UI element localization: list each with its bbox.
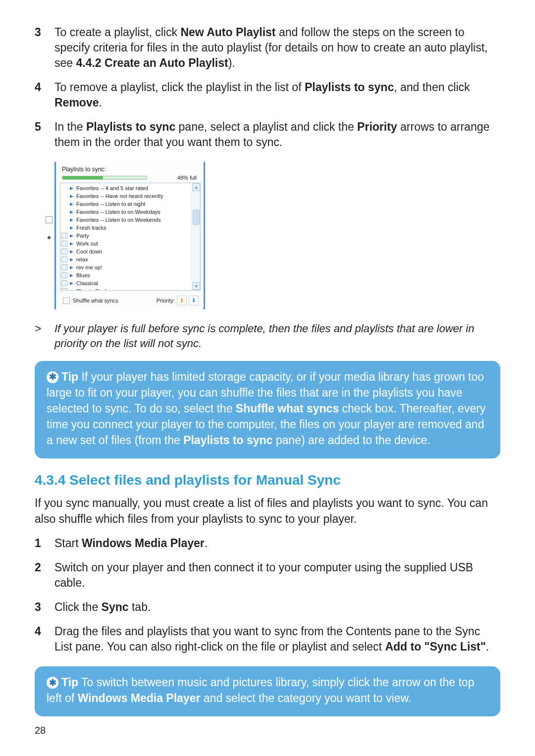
step-b1: Start Windows Media Player.	[35, 536, 500, 551]
playlist-type-icon	[61, 264, 67, 270]
playlist-item-label: Favorites -- Listen to at night	[76, 200, 145, 208]
playlist-item-label: Fresh tracks	[76, 224, 107, 232]
playlist-item-label: relax	[76, 255, 88, 263]
playlist-item-label: Favorites -- Have not heard recently	[76, 192, 163, 200]
scroll-thumb[interactable]	[193, 210, 200, 225]
tip-icon: ✱	[47, 677, 58, 689]
play-arrow-icon: ▶	[69, 248, 73, 255]
playlist-type-icon	[61, 233, 67, 239]
storage-bar	[62, 176, 147, 180]
playlist-type-icon	[61, 272, 67, 278]
play-arrow-icon: ▶	[69, 208, 73, 216]
step-5: In the Playlists to sync pane, select a …	[35, 119, 500, 150]
play-arrow-icon: ▶	[69, 232, 73, 240]
storage-percent: 48% full	[177, 175, 197, 181]
playlist-item[interactable]: ▶Work out	[61, 240, 191, 248]
clipboard-box-icon	[46, 216, 53, 223]
playlist-type-icon	[61, 256, 67, 262]
playlist-item[interactable]: ▶Party	[61, 232, 191, 240]
panel-title: Playlists to sync:	[60, 166, 202, 173]
play-arrow-icon: ▶	[69, 279, 73, 287]
playlist-item[interactable]: ▶rev me up!	[61, 263, 191, 271]
playlist-item[interactable]: ▶Favorites -- Listen to at night	[61, 200, 191, 208]
steps-list-a: To create a playlist, click New Auto Pla…	[35, 25, 500, 150]
heading-4-3-4: 4.3.4 Select files and playlists for Man…	[35, 472, 500, 488]
playlist-item-label: Party	[76, 232, 89, 240]
playlist-item[interactable]: ▶Classic Rock	[61, 287, 191, 291]
play-arrow-icon: ▶	[69, 200, 73, 208]
play-arrow-icon: ▶	[69, 240, 73, 248]
play-arrow-icon: ▶	[69, 192, 73, 200]
tip-switch-library: ✱Tip To switch between music and picture…	[35, 666, 500, 716]
playlist-item[interactable]: ▶Classical	[61, 279, 191, 287]
playlist-item-label: Blues	[76, 271, 90, 279]
playlist-type-icon	[61, 288, 67, 291]
page-number: 28	[35, 725, 46, 736]
play-arrow-icon: ▶	[69, 287, 73, 291]
scroll-up-button[interactable]: ▴	[192, 183, 200, 191]
steps-list-b: Start Windows Media Player. Switch on yo…	[35, 536, 500, 655]
play-arrow-icon: ▶	[69, 224, 73, 232]
priority-up-button[interactable]: ⬆	[177, 296, 187, 305]
playlist-type-icon	[61, 249, 67, 254]
playlist-item[interactable]: ▶Favorites -- Listen to on Weekdays	[61, 208, 191, 216]
note-priority: > If your player is full before sync is …	[35, 321, 500, 351]
playlist-item-label: Classical	[76, 279, 98, 287]
playlist-item[interactable]: ▶relax	[61, 255, 191, 263]
clipboard-dot-icon	[48, 236, 51, 239]
play-arrow-icon: ▶	[69, 255, 73, 263]
step-b2: Switch on your player and then connect i…	[35, 560, 500, 591]
tip-icon: ✱	[47, 371, 58, 383]
play-arrow-icon: ▶	[69, 184, 73, 192]
playlist-item-label: Favorites -- 4 and 5 star rated	[76, 184, 148, 192]
playlist-item-label: Work out	[76, 240, 98, 248]
shuffle-label: Shuffle what syncs	[73, 298, 118, 303]
play-arrow-icon: ▶	[69, 271, 73, 279]
tip-shuffle: ✱Tip If your player has limited storage …	[35, 361, 500, 458]
step-4: To remove a playlist, click the playlist…	[35, 80, 500, 110]
scroll-down-button[interactable]: ▾	[192, 282, 200, 290]
step-b3: Click the Sync tab.	[35, 600, 500, 615]
playlist-item-label: rev me up!	[76, 263, 102, 271]
playlist-listbox[interactable]: ▴ ▾ ▶Favorites -- 4 and 5 star rated▶Fav…	[60, 183, 201, 291]
step-b4: Drag the files and playlists that you wa…	[35, 624, 500, 655]
playlist-type-icon	[61, 241, 67, 247]
step-3: To create a playlist, click New Auto Pla…	[35, 25, 500, 71]
playlist-item[interactable]: ▶Blues	[61, 271, 191, 279]
intro-4-3-4: If you sync manually, you must create a …	[35, 495, 500, 527]
playlist-item-label: Classic Rock	[76, 287, 108, 291]
playlist-item[interactable]: ▶Cool down	[61, 248, 191, 255]
shuffle-checkbox[interactable]	[63, 297, 70, 304]
playlist-item[interactable]: ▶Favorites -- Listen to on Weekends	[61, 216, 191, 224]
playlist-type-icon	[61, 280, 67, 286]
playlist-item[interactable]: ▶Fresh tracks	[61, 224, 191, 232]
priority-label: Priority:	[157, 298, 175, 303]
playlist-item[interactable]: ▶Favorites -- Have not heard recently	[61, 192, 191, 200]
playlist-item-label: Cool down	[76, 248, 102, 255]
scroll-track[interactable]	[191, 191, 200, 282]
play-arrow-icon: ▶	[69, 263, 73, 271]
playlist-item-label: Favorites -- Listen to on Weekends	[76, 216, 160, 224]
playlists-to-sync-screenshot: Playlists to sync: 48% full ▴ ▾ ▶Favorit…	[54, 162, 500, 309]
priority-down-button[interactable]: ⬇	[189, 296, 199, 305]
playlist-item[interactable]: ▶Favorites -- 4 and 5 star rated	[61, 184, 191, 192]
playlist-item-label: Favorites -- Listen to on Weekdays	[76, 208, 160, 216]
play-arrow-icon: ▶	[69, 216, 73, 224]
